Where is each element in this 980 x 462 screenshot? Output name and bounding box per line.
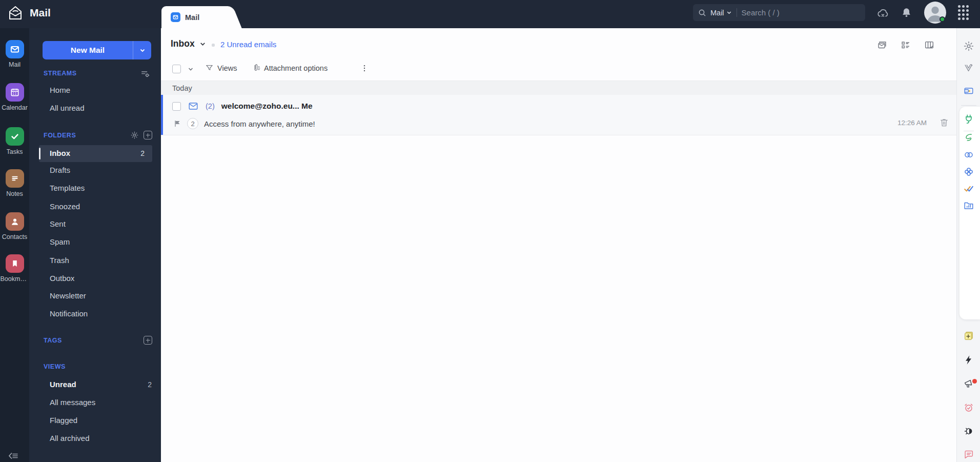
cliq-chat-icon[interactable]	[963, 132, 974, 144]
notifications-bell-icon[interactable]	[900, 7, 913, 19]
linked-circles-icon[interactable]	[963, 149, 974, 160]
sidebar-item-trash[interactable]: Trash	[50, 256, 69, 266]
unread-view-count: 2	[148, 380, 152, 389]
mail-tab-icon	[171, 12, 180, 22]
new-mail-label: New Mail	[43, 46, 133, 55]
search-bar[interactable]: Mail	[693, 4, 865, 21]
announcement-alert-dot	[972, 379, 977, 384]
reminder-alarm-icon[interactable]	[963, 402, 974, 413]
select-all-checkbox[interactable]	[172, 65, 181, 73]
new-mail-dropdown[interactable]	[133, 41, 151, 59]
rail-item-calendar[interactable]: Calendar	[0, 83, 29, 111]
feedback-chat-icon[interactable]	[963, 449, 974, 460]
apps-grid-icon[interactable]	[958, 5, 969, 20]
group-header-today: Today	[161, 81, 956, 95]
double-check-icon[interactable]	[963, 183, 974, 194]
notes-app-icon	[6, 169, 24, 188]
mail-list-panel: Inbox 2 Unread emails Views At	[161, 28, 956, 462]
reading-pane-icon[interactable]	[876, 39, 888, 51]
mail-sidebar: New Mail STREAMS Home All unread FOLDERS…	[29, 28, 161, 462]
email-checkbox[interactable]	[172, 102, 181, 111]
select-options-chevron-icon[interactable]	[188, 66, 194, 72]
list-layout-icon[interactable]	[900, 39, 911, 51]
rail-item-notes[interactable]: Notes	[0, 169, 29, 197]
sidebar-item-sent[interactable]: Sent	[50, 219, 66, 230]
views-filter-button[interactable]: Views	[205, 64, 237, 72]
search-input[interactable]	[742, 8, 834, 17]
sidebar-item-all-messages[interactable]: All messages	[50, 398, 95, 408]
sidebar-item-spam[interactable]: Spam	[50, 237, 70, 248]
rail-item-bookmarks[interactable]: Bookmar...	[0, 254, 29, 283]
add-tag-button[interactable]	[144, 336, 152, 345]
new-mail-button[interactable]: New Mail	[43, 41, 151, 59]
list-view-controls	[876, 39, 935, 51]
sidebar-item-newsletter[interactable]: Newsletter	[50, 291, 86, 302]
knot-clover-icon[interactable]	[963, 166, 974, 177]
collapse-sidebar-icon[interactable]	[7, 450, 19, 462]
sidebar-item-templates[interactable]: Templates	[50, 184, 85, 194]
chevron-down-icon	[726, 10, 732, 15]
flag-icon[interactable]	[173, 119, 181, 128]
bookmarks-app-icon	[6, 254, 24, 273]
zoho-mail-logo-icon	[7, 5, 24, 21]
dark-mode-toggle-icon[interactable]	[963, 425, 974, 436]
sidebar-item-all-unread[interactable]: All unread	[50, 104, 85, 114]
tags-section-header: TAGS	[44, 337, 62, 345]
current-folder-dropdown[interactable]: Inbox	[171, 38, 206, 49]
zia-lightning-icon[interactable]	[963, 354, 974, 366]
unread-envelope-icon[interactable]	[188, 101, 199, 112]
search-scope-dropdown[interactable]: Mail	[710, 9, 724, 17]
email-subject: Access from anywhere, anytime!	[204, 119, 315, 128]
sidebar-item-outbox[interactable]: Outbox	[50, 274, 74, 284]
rail-item-mail[interactable]: Mail	[0, 40, 29, 68]
sidebar-item-notification[interactable]: Notification	[50, 309, 88, 319]
sidebar-item-all-archived[interactable]: All archived	[50, 434, 90, 444]
streams-section-header: STREAMS	[44, 70, 77, 78]
right-app-rail	[956, 28, 980, 462]
settings-gear-icon[interactable]	[963, 41, 974, 52]
email-count-prefix: (2)	[206, 102, 215, 110]
email-sender: welcome@zoho.eu... Me	[221, 102, 313, 111]
streams-settings-icon[interactable]	[140, 69, 150, 78]
zoho-v-clip-icon[interactable]	[963, 62, 974, 73]
topbar: Mail Mail	[0, 0, 980, 28]
email-row[interactable]: (2) welcome@zoho.eu... Me 2 Access from …	[161, 95, 956, 135]
unread-indicator-bar	[161, 95, 163, 135]
attachment-paperclip-icon	[251, 64, 260, 73]
search-icon	[698, 9, 706, 17]
sidebar-item-snoozed[interactable]: Snoozed	[50, 202, 80, 212]
sidebar-item-drafts[interactable]: Drafts	[50, 166, 70, 176]
integrations-plug-icon[interactable]	[963, 113, 974, 125]
more-options-icon[interactable]	[360, 64, 369, 73]
tab-mail[interactable]: Mail	[161, 6, 222, 28]
folder-chart-icon[interactable]	[963, 200, 974, 211]
sidebar-item-inbox[interactable]: Inbox 2	[39, 145, 152, 162]
add-folder-button[interactable]	[144, 131, 152, 139]
sidebar-item-home[interactable]: Home	[50, 86, 70, 96]
add-note-icon[interactable]	[963, 330, 974, 342]
cloud-offline-icon[interactable]	[876, 7, 890, 21]
email-time: 12:26 AM	[897, 119, 927, 127]
app-title: Mail	[30, 7, 51, 19]
list-toolbar: Views Attachment options	[161, 59, 956, 81]
presence-status-dot	[940, 16, 945, 22]
rail-item-tasks[interactable]: Tasks	[0, 127, 29, 155]
rail-divider	[961, 105, 976, 106]
column-view-icon[interactable]	[924, 39, 935, 51]
delete-email-icon[interactable]	[939, 117, 949, 128]
mail-app-icon	[6, 40, 24, 58]
folders-section-header: FOLDERS	[44, 132, 76, 140]
folders-settings-gear-icon[interactable]	[130, 131, 139, 139]
contacts-app-icon	[6, 212, 24, 231]
sidebar-item-unread[interactable]: Unread	[50, 380, 76, 390]
tab-label: Mail	[185, 13, 199, 22]
app-rail: Mail Calendar Tasks Notes Contacts Bookm…	[0, 28, 29, 462]
unread-emails-link[interactable]: 2 Unread emails	[220, 40, 276, 49]
wallet-icon[interactable]	[963, 85, 974, 96]
attachment-options-button[interactable]: Attachment options	[251, 64, 328, 73]
brand: Mail	[7, 5, 51, 21]
inbox-unread-count: 2	[140, 149, 145, 157]
selected-indicator	[39, 148, 40, 159]
sidebar-item-flagged[interactable]: Flagged	[50, 416, 77, 426]
rail-item-contacts[interactable]: Contacts	[0, 212, 29, 240]
